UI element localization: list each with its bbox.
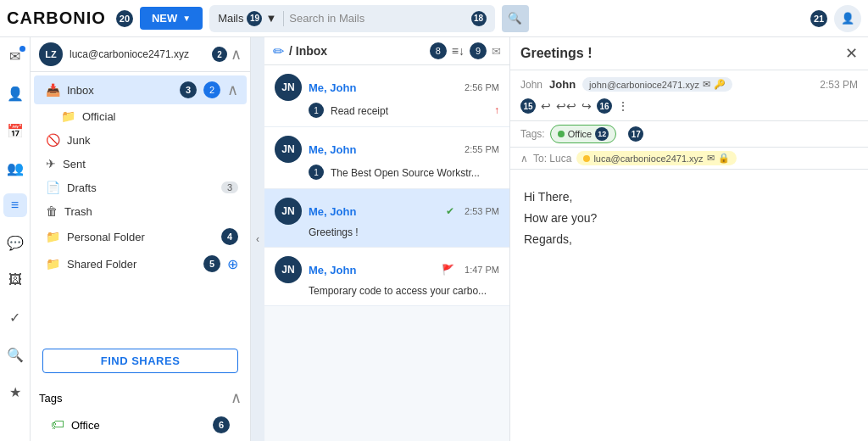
- tag-count-badge: 6: [213, 416, 230, 433]
- new-count-badge: 20: [116, 10, 133, 27]
- mail-sender: Me, John: [309, 264, 369, 276]
- mail-subject: Greetings !: [275, 226, 499, 238]
- mail-avatar: JN: [275, 198, 302, 225]
- search-input[interactable]: [289, 12, 465, 25]
- folder-item-inbox[interactable]: 📥 Inbox 3 2 ∧: [34, 75, 247, 104]
- folder-item-junk[interactable]: 🚫 Junk: [34, 128, 247, 152]
- chat-icon: 💬: [7, 235, 24, 251]
- add-shared-icon[interactable]: ⊕: [227, 256, 238, 272]
- shared-count-badge: 5: [203, 255, 220, 272]
- to-label: To: Luca: [533, 153, 571, 165]
- tags-header[interactable]: Tags ∧: [39, 383, 242, 412]
- sidebar-item-list[interactable]: ≡: [3, 193, 27, 217]
- user-avatar[interactable]: 👤: [834, 5, 861, 32]
- mail-subject: The Best Open Source Workstr...: [327, 167, 480, 179]
- sidebar-item-mail[interactable]: ✉: [3, 44, 27, 68]
- folder-list: 📥 Inbox 3 2 ∧ 📁 Official 🚫 Junk ✈ Sent 📄…: [31, 72, 250, 342]
- to-color-dot: [583, 155, 590, 162]
- groups-icon: 👥: [7, 160, 24, 176]
- reading-header: Greetings ! ✕: [510, 37, 868, 70]
- mail-subject: Temporary code to access your carbo...: [275, 285, 499, 297]
- tags-label: Tags:: [520, 128, 545, 140]
- reading-time: 2:53 PM: [820, 79, 858, 91]
- sidebar-item-favorites[interactable]: ★: [3, 380, 27, 404]
- find-shares-button[interactable]: FIND SHARES: [42, 349, 238, 373]
- sidebar-item-calendar[interactable]: 📅: [3, 119, 27, 142]
- inbox-count-badge: 3: [180, 81, 197, 98]
- from-label: John: [520, 79, 542, 91]
- green-check-icon: ✔: [446, 205, 454, 217]
- tags-collapse-btn[interactable]: ∧: [231, 388, 242, 407]
- tags-label: Tags: [39, 392, 62, 405]
- new-button[interactable]: NEW ▼: [140, 7, 203, 30]
- close-button[interactable]: ✕: [845, 44, 858, 63]
- mail-sender: Me, John: [309, 81, 458, 94]
- inbox-unread-badge: 2: [203, 81, 220, 98]
- sidebar-item-search[interactable]: 🔍: [3, 343, 27, 366]
- mail-list-header: ✏ / Inbox 8 ≡↓ 9 ✉: [264, 37, 509, 65]
- sidebar-item-tasks[interactable]: ✓: [3, 305, 27, 329]
- reply-icon[interactable]: ↩: [541, 99, 551, 113]
- trash-icon: 🗑: [46, 204, 58, 218]
- reading-meta: John John john@carbonioce2471.xyz ✉ 🔑 2:…: [510, 70, 868, 121]
- email-verified-icon: ✉: [703, 79, 710, 90]
- inbox-icon: 📥: [46, 83, 60, 97]
- sidebar-item-groups[interactable]: 👥: [3, 156, 27, 180]
- search-count-badge: 18: [471, 11, 487, 26]
- mail-subject: Read receipt: [327, 105, 388, 117]
- tags-section: Tags ∧ 🏷 Office 6: [31, 380, 250, 441]
- search-button[interactable]: 🔍: [502, 5, 529, 32]
- reading-pane: Greetings ! ✕ John John john@carbonioce2…: [510, 37, 868, 441]
- compose-icon[interactable]: ✏: [273, 43, 284, 59]
- folder-item-drafts[interactable]: 📄 Drafts 3: [34, 176, 247, 199]
- sidebar-item-contacts[interactable]: 👤: [3, 81, 27, 105]
- forward-icon[interactable]: ↪: [581, 99, 592, 113]
- mail-list-panel: ✏ / Inbox 8 ≡↓ 9 ✉ JN Me, John 2:56 PM 1…: [264, 37, 510, 441]
- tag-chip-office[interactable]: Office 12: [550, 125, 617, 143]
- sidebar-item-chat[interactable]: 💬: [3, 231, 27, 254]
- tag-extra-badge: 17: [628, 126, 643, 142]
- inbox-collapse-btn[interactable]: ∧: [227, 81, 238, 99]
- folder-collapse-button[interactable]: ∧: [231, 45, 242, 64]
- tag-item-office[interactable]: 🏷 Office 6: [39, 412, 242, 438]
- mail-sender: Me, John: [309, 205, 370, 218]
- shared-icon: 📁: [46, 257, 60, 271]
- tag-color-dot: [558, 131, 565, 137]
- sort-icon[interactable]: ≡↓: [452, 44, 465, 58]
- mail-small-icon: ✉: [492, 45, 501, 58]
- reply-all-icon[interactable]: ↩↩: [556, 99, 576, 113]
- more-icon[interactable]: ⋮: [617, 99, 629, 113]
- mail-item[interactable]: JN Me, John 2:56 PM 1 Read receipt ↑: [264, 65, 509, 127]
- flag-icon: 🚩: [442, 264, 454, 276]
- icon-sidebar: ✉ 👤 📅 👥 ≡ 💬 🖼 ✓ 🔍 ★: [0, 37, 31, 441]
- mail-avatar: JN: [275, 136, 302, 163]
- folder-item-shared[interactable]: 📁 Shared Folder 5 ⊕: [34, 250, 247, 277]
- search-area: Mails 19 ▼ 18: [209, 5, 494, 32]
- list-icon: ≡: [11, 198, 19, 213]
- body-line2: How are you?: [524, 208, 854, 229]
- user-badge: 21: [810, 10, 827, 27]
- sidebar-item-files[interactable]: 🖼: [3, 268, 27, 292]
- folder-panel: LZ luca@carbonioce2471.xyz 2 ∧ 📥 Inbox 3…: [31, 37, 251, 441]
- sent-icon: ✈: [46, 157, 56, 170]
- panel-toggle-button[interactable]: ‹: [251, 37, 264, 441]
- folder-item-trash[interactable]: 🗑 Trash: [34, 199, 247, 223]
- mail-unread-badge: 1: [309, 165, 324, 180]
- to-key-icon: 🔒: [718, 153, 730, 164]
- folder-item-official[interactable]: 📁 Official: [34, 104, 247, 128]
- mail-avatar: JN: [275, 74, 302, 101]
- new-badge-wrap: 20: [116, 10, 133, 27]
- search-category-dropdown[interactable]: Mails 19 ▼: [218, 11, 284, 26]
- folder-item-sent[interactable]: ✈ Sent: [34, 152, 247, 176]
- tag-name: Office: [71, 419, 100, 432]
- from-name: John: [549, 78, 576, 91]
- mail-item[interactable]: JN Me, John ✔ 2:53 PM Greetings !: [264, 189, 509, 248]
- star-icon: ★: [9, 384, 21, 400]
- mail-list: JN Me, John 2:56 PM 1 Read receipt ↑ JN …: [264, 65, 509, 441]
- folder-item-personal[interactable]: 📁 Personal Folder 4: [34, 223, 247, 250]
- mail-sender: Me, John: [309, 143, 458, 156]
- mail-item[interactable]: JN Me, John 2:55 PM 1 The Best Open Sour…: [264, 127, 509, 189]
- action-icons: 15 ↩ ↩↩ ↪ 16 ⋮: [520, 98, 629, 114]
- mail-item[interactable]: JN Me, John 🚩 1:47 PM Temporary code to …: [264, 248, 509, 306]
- expand-icon: ∧: [520, 153, 528, 165]
